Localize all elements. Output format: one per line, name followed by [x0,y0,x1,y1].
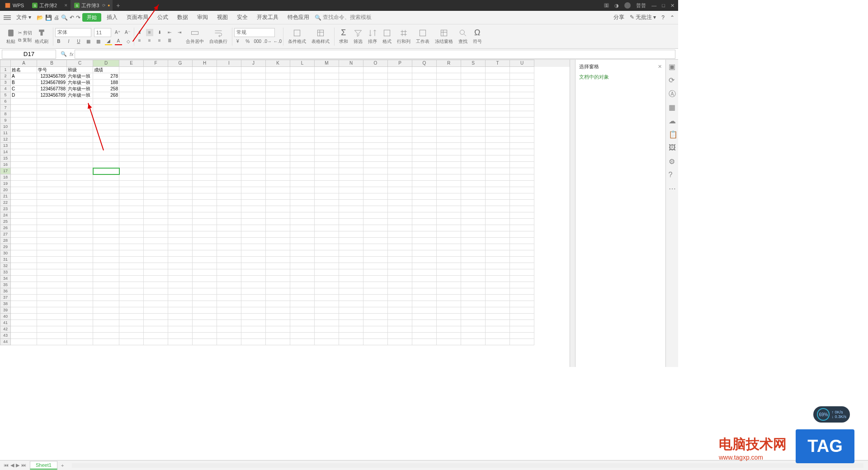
theme-icon[interactable]: ◑ [614,3,619,9]
cell[interactable] [266,339,290,345]
cell[interactable]: 268 [93,92,119,99]
cell[interactable] [217,263,241,269]
cell[interactable] [168,225,193,231]
cell[interactable] [461,86,486,92]
cell[interactable] [461,124,486,130]
indent-increase-icon[interactable]: ⇥ [176,29,183,36]
cell[interactable] [144,276,168,282]
cell[interactable] [37,181,67,187]
cell[interactable] [217,238,241,244]
cell[interactable] [290,200,315,206]
cell[interactable] [241,225,266,231]
cell[interactable] [363,155,388,162]
cell[interactable] [412,174,437,181]
cell[interactable] [168,250,193,257]
cell[interactable] [11,257,37,263]
cell[interactable] [144,92,168,99]
cell[interactable] [93,307,119,314]
cell[interactable] [11,105,37,111]
cell[interactable] [510,193,534,200]
cell[interactable] [339,174,363,181]
cell[interactable] [461,92,486,99]
cell[interactable] [168,187,193,193]
cell[interactable] [11,307,37,314]
cell[interactable] [315,130,339,136]
sort-button[interactable]: 排序 [368,28,377,45]
cell[interactable] [388,92,412,99]
sum-button[interactable]: Σ求和 [339,28,348,45]
cell[interactable] [193,118,217,124]
cell[interactable] [37,238,67,244]
cell[interactable] [437,124,461,130]
cell[interactable] [193,149,217,155]
cell[interactable] [93,276,119,282]
cell[interactable] [193,92,217,99]
cell[interactable] [37,225,67,231]
row-header[interactable]: 24 [0,212,11,219]
cell[interactable] [486,149,510,155]
cell[interactable] [290,206,315,212]
cell[interactable] [290,314,315,320]
cell[interactable] [412,206,437,212]
cell[interactable] [144,244,168,250]
cell[interactable] [144,301,168,307]
cell[interactable] [217,174,241,181]
cell[interactable] [144,238,168,244]
align-left-icon[interactable]: ≡ [136,37,143,44]
cell[interactable] [93,238,119,244]
cell[interactable] [266,130,290,136]
cell[interactable] [241,307,266,314]
cell[interactable] [363,244,388,250]
cell[interactable] [363,149,388,155]
cell[interactable] [67,263,93,269]
cell[interactable] [388,326,412,333]
cell[interactable] [193,174,217,181]
cell[interactable] [388,333,412,339]
tab-security[interactable]: 安全 [233,14,251,21]
cell[interactable] [437,250,461,257]
clipboard-icon[interactable]: 📋 [669,130,676,137]
cell[interactable] [290,238,315,244]
cell[interactable] [119,206,144,212]
cell[interactable] [119,339,144,345]
cell[interactable] [241,200,266,206]
cell[interactable] [266,155,290,162]
cell[interactable] [119,244,144,250]
cell[interactable] [363,86,388,92]
col-header[interactable]: J [241,60,266,67]
cell[interactable] [388,257,412,263]
fill-color-icon[interactable]: ◢ [105,38,112,45]
cell[interactable] [217,339,241,345]
cell[interactable] [266,244,290,250]
cell[interactable] [339,80,363,86]
cell[interactable] [461,307,486,314]
cell[interactable] [217,80,241,86]
cell[interactable] [67,276,93,282]
cell[interactable] [437,263,461,269]
grid-icon[interactable]: ▦ [669,103,676,110]
cell[interactable] [193,155,217,162]
cell[interactable] [486,99,510,105]
cell[interactable] [510,212,534,219]
cell[interactable] [193,136,217,143]
cell[interactable] [266,257,290,263]
cell[interactable] [144,181,168,187]
cell[interactable] [486,288,510,295]
cell[interactable] [11,326,37,333]
cell[interactable] [486,282,510,288]
cell[interactable] [217,168,241,174]
cell[interactable] [168,168,193,174]
cell[interactable] [241,295,266,301]
cell[interactable] [363,162,388,168]
cell[interactable] [168,193,193,200]
cell[interactable] [486,320,510,326]
cell[interactable] [461,314,486,320]
row-header[interactable]: 32 [0,263,11,269]
cell[interactable] [144,219,168,225]
cell[interactable] [193,162,217,168]
cell[interactable] [290,219,315,225]
cell[interactable] [339,162,363,168]
cell[interactable] [11,149,37,155]
tab-special[interactable]: 特色应用 [284,14,313,21]
cell[interactable] [486,219,510,225]
